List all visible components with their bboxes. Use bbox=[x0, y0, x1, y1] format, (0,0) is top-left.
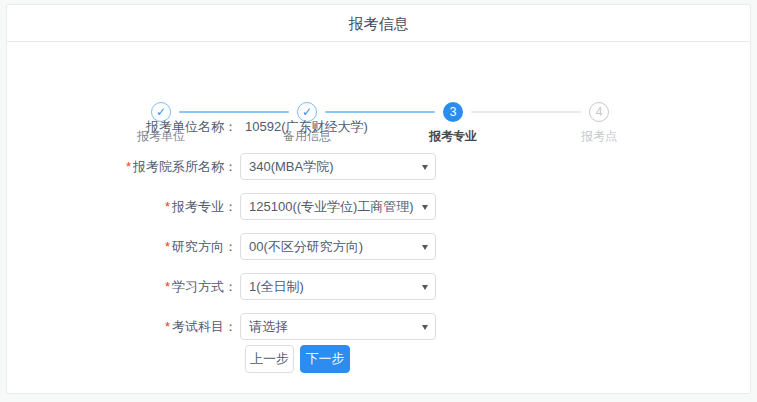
required-asterisk: * bbox=[126, 159, 131, 174]
page-title: 报考信息 bbox=[7, 5, 750, 42]
research-direction-label: *研究方向： bbox=[7, 238, 237, 256]
dropdown-caret-icon bbox=[422, 285, 428, 290]
required-asterisk: * bbox=[165, 279, 170, 294]
exam-subject-select[interactable]: 请选择 bbox=[240, 313, 436, 340]
dropdown-caret-icon bbox=[422, 205, 428, 210]
department-label: *报考院系所名称： bbox=[7, 158, 237, 176]
prev-step-button[interactable]: 上一步 bbox=[245, 345, 294, 373]
research-direction-row: *研究方向： 00(不区分研究方向) bbox=[7, 233, 750, 260]
wizard-buttons: 上一步 下一步 bbox=[245, 345, 750, 373]
dropdown-caret-icon bbox=[422, 325, 428, 330]
major-row: *报考专业： 125100((专业学位)工商管理) bbox=[7, 193, 750, 220]
study-mode-row: *学习方式： 1(全日制) bbox=[7, 273, 750, 300]
registration-form: 报考单位名称： 10592(广东财经大学) *报考院系所名称： 340(MBA学… bbox=[7, 113, 750, 373]
registration-card: 报考信息 ✓ ✓ 3 4 报考单位 备用信息 报考专业 报考点 报考单位名称： … bbox=[6, 4, 751, 394]
department-row: *报考院系所名称： 340(MBA学院) bbox=[7, 153, 750, 180]
major-select[interactable]: 125100((专业学位)工商管理) bbox=[240, 193, 436, 220]
progress-stepper: ✓ ✓ 3 4 报考单位 备用信息 报考专业 报考点 bbox=[7, 43, 750, 109]
required-asterisk: * bbox=[165, 319, 170, 334]
research-direction-select[interactable]: 00(不区分研究方向) bbox=[240, 233, 436, 260]
unit-name-row: 报考单位名称： 10592(广东财经大学) bbox=[7, 113, 750, 140]
dropdown-caret-icon bbox=[422, 165, 428, 170]
unit-name-value: 10592(广东财经大学) bbox=[245, 118, 368, 136]
exam-subject-row: *考试科目： 请选择 bbox=[7, 313, 750, 340]
required-asterisk: * bbox=[165, 199, 170, 214]
exam-subject-label: *考试科目： bbox=[7, 318, 237, 336]
required-asterisk: * bbox=[165, 239, 170, 254]
unit-name-label: 报考单位名称： bbox=[7, 118, 237, 136]
major-label: *报考专业： bbox=[7, 198, 237, 216]
department-select[interactable]: 340(MBA学院) bbox=[240, 153, 436, 180]
study-mode-label: *学习方式： bbox=[7, 278, 237, 296]
dropdown-caret-icon bbox=[422, 245, 428, 250]
study-mode-select[interactable]: 1(全日制) bbox=[240, 273, 436, 300]
next-step-button[interactable]: 下一步 bbox=[300, 345, 350, 373]
